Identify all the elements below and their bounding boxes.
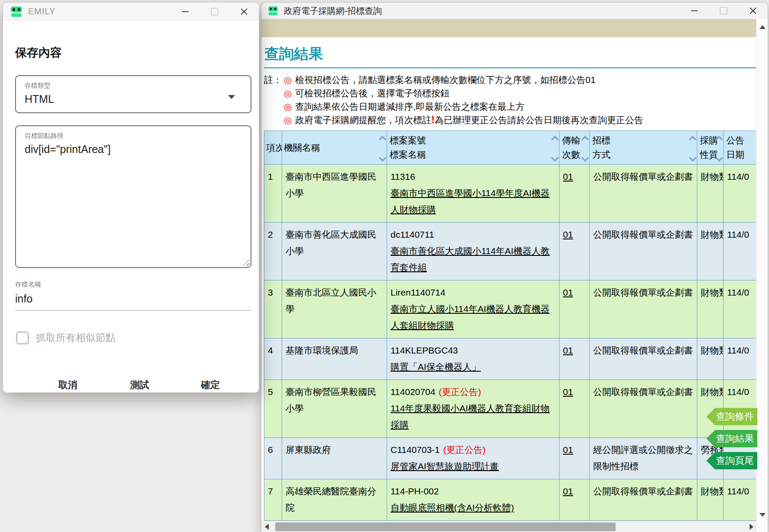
target-path-textarea[interactable]: 目標節點路徑 div[id="printArea"] xyxy=(15,125,251,268)
cell-case: Liren1140714臺南市立人國小114年AI機器人教育機器人套組財物採購 xyxy=(387,280,559,338)
tender-name-link[interactable]: 臺南市善化區大成國小114年AI機器人教育套件組 xyxy=(391,246,550,272)
transmission-count-link[interactable]: 01 xyxy=(563,445,573,455)
sort-ascending-icon[interactable] xyxy=(551,134,557,140)
tender-name-link[interactable]: 臺南市中西區進學國小114學年度AI機器人財物採購 xyxy=(391,188,550,214)
query-criteria-button[interactable]: 查詢條件 xyxy=(706,408,757,425)
dropdown-caret-icon[interactable] xyxy=(228,95,235,99)
tender-name-link[interactable]: 購置「AI保全機器人」 xyxy=(391,362,481,372)
tender-name-link[interactable]: 114年度果毅國小AI機器人教育套組財物採購 xyxy=(391,403,550,430)
sort-descending-icon[interactable] xyxy=(582,155,588,161)
transmission-count-link[interactable]: 01 xyxy=(563,486,573,496)
test-button[interactable]: 測試 xyxy=(130,379,149,392)
header-label-bottom: 方式 xyxy=(592,149,610,161)
cell-announce-date: 114/0 xyxy=(724,338,757,380)
tender-results-table: 項次機關名稱標案案號標案名稱傳輸次數招標方式採購性質公告日期 1臺南市中西區進學… xyxy=(264,131,757,521)
input-underline xyxy=(15,310,251,311)
notes-label: 註： xyxy=(264,73,284,86)
cell-transmission-count: 01 xyxy=(559,223,590,280)
case-number: 114020704(更正公告) xyxy=(391,384,556,400)
transmission-count-link[interactable]: 01 xyxy=(563,172,573,182)
page-title: 查詢結果 xyxy=(264,44,757,64)
header-label: 機關名稱 xyxy=(284,142,320,154)
query-results-page: 查詢結果 註：◎檢視招標公告，請點選標案名稱或傳輸次數欄位下方之序號，如招標公告… xyxy=(261,37,757,521)
scroll-left-icon[interactable] xyxy=(265,524,269,530)
cell-announce-date: 114/0 xyxy=(724,165,757,223)
header-label-top: 招標 xyxy=(592,134,610,147)
tender-name-link[interactable]: 自動眼底照相機(含AI分析軟體) xyxy=(391,503,514,513)
note-line: ◎可檢視招標公告後，選擇電子領標按鈕 xyxy=(264,86,757,100)
note-bullet-icon: ◎ xyxy=(284,102,292,111)
column-header-公告: 公告日期 xyxy=(724,131,757,165)
procurement-titlebar[interactable]: 政府電子採購網-招標查詢 xyxy=(261,3,768,19)
cell-transmission-count: 01 xyxy=(559,438,590,479)
sort-ascending-icon[interactable] xyxy=(715,134,721,140)
minimize-icon[interactable] xyxy=(171,3,200,20)
file-name-input[interactable]: 存檔名稱 info xyxy=(15,275,251,311)
maximize-icon[interactable] xyxy=(200,3,229,20)
cell-item-number: 2 xyxy=(264,223,282,280)
confirm-button[interactable]: 確定 xyxy=(201,379,220,392)
note-text: 查詢結果依公告日期遞減排序,即最新公告之標案在最上方 xyxy=(295,102,524,111)
sort-descending-icon[interactable] xyxy=(379,155,385,161)
robot-face-icon xyxy=(11,6,22,13)
sort-descending-icon[interactable] xyxy=(715,155,721,161)
scroll-down-icon[interactable] xyxy=(759,513,766,517)
sort-descending-icon[interactable] xyxy=(689,155,695,161)
table-header: 項次機關名稱標案案號標案名稱傳輸次數招標方式採購性質公告日期 xyxy=(264,131,757,165)
case-number: 114KLEPBGC43 xyxy=(391,342,556,359)
note-text: 為已辦理更正公告請於公告日期後再次查詢更正公告 xyxy=(435,115,643,125)
cell-agency-name: 臺南市善化區大成國民小學 xyxy=(282,223,387,280)
table-row: 6屏東縣政府C1140703-1(更正公告)屏管家AI智慧旅遊助理計畫01經公開… xyxy=(264,438,757,479)
scroll-right-icon[interactable] xyxy=(750,524,753,530)
cell-transmission-count: 01 xyxy=(559,479,590,521)
cell-item-number: 3 xyxy=(264,280,282,338)
cell-tender-method: 公開取得報價單或企劃書 xyxy=(590,479,697,521)
sort-ascending-icon[interactable] xyxy=(379,134,385,140)
query-footer-button[interactable]: 查詢頁尾 xyxy=(706,452,757,469)
sort-ascending-icon[interactable] xyxy=(582,134,588,140)
file-type-select[interactable]: 存檔類型 HTML xyxy=(15,75,251,113)
cell-tender-method: 經公開評選或公開徵求之限制性招標 xyxy=(590,438,697,479)
query-results-button[interactable]: 查詢結果 xyxy=(706,430,757,447)
horizontal-scrollbar[interactable] xyxy=(261,521,757,532)
close-icon[interactable] xyxy=(738,3,768,19)
vertical-scrollbar[interactable] xyxy=(756,19,768,532)
cell-case: 114020704(更正公告)114年度果毅國小AI機器人教育套組財物採購 xyxy=(387,380,559,438)
procurement-window-title: 政府電子採購網-招標查詢 xyxy=(284,5,382,17)
checkbox-icon[interactable] xyxy=(16,331,29,344)
column-header-採購: 採購性質 xyxy=(697,131,724,165)
header-label-bottom: 次數 xyxy=(562,149,580,161)
table-row: 3臺南市北區立人國民小學Liren1140714臺南市立人國小114年AI機器人… xyxy=(264,280,757,338)
cancel-button[interactable]: 取消 xyxy=(58,379,77,392)
cell-tender-method: 公開取得報價單或企劃書 xyxy=(590,165,697,223)
transmission-count-link[interactable]: 01 xyxy=(563,345,573,355)
note-bullet-icon: ◎ xyxy=(284,88,292,98)
case-name: 臺南市中西區進學國小114學年度AI機器人財物採購 xyxy=(391,185,556,218)
capture-similar-nodes-option[interactable]: 抓取所有相似節點 xyxy=(16,331,115,344)
robot-body-icon xyxy=(11,13,22,17)
transmission-count-link[interactable]: 01 xyxy=(563,287,573,297)
cell-transmission-count: 01 xyxy=(559,165,590,223)
cell-tender-method: 公開取得報價單或企劃書 xyxy=(590,223,697,280)
minimize-icon[interactable] xyxy=(680,3,709,19)
maximize-icon[interactable] xyxy=(709,3,738,19)
tender-name-link[interactable]: 屏管家AI智慧旅遊助理計畫 xyxy=(391,461,499,471)
case-name: 114年度果毅國小AI機器人教育套組財物採購 xyxy=(391,400,556,433)
table-row: 7高雄榮民總醫院臺南分院114-PH-002自動眼底照相機(含AI分析軟體)01… xyxy=(264,479,757,521)
scroll-up-icon[interactable] xyxy=(759,25,766,29)
sort-descending-icon[interactable] xyxy=(551,155,557,161)
cell-announce-date: 114/0 xyxy=(724,479,757,521)
emily-titlebar[interactable]: EMILY xyxy=(3,3,259,21)
case-number: Liren1140714 xyxy=(391,284,556,301)
emily-app-icon xyxy=(11,6,22,17)
sort-ascending-icon[interactable] xyxy=(689,134,695,140)
transmission-count-link[interactable]: 01 xyxy=(563,229,573,239)
table-body: 1臺南市中西區進學國民小學11316臺南市中西區進學國小114學年度AI機器人財… xyxy=(264,165,757,521)
transmission-count-link[interactable]: 01 xyxy=(563,387,573,397)
resize-handle-icon[interactable] xyxy=(243,259,249,266)
case-name: 屏管家AI智慧旅遊助理計畫 xyxy=(391,458,556,475)
close-icon[interactable] xyxy=(229,3,259,20)
horizontal-scroll-thumb[interactable] xyxy=(275,522,616,531)
tender-name-link[interactable]: 臺南市立人國小114年AI機器人教育機器人套組財物採購 xyxy=(391,304,550,330)
note-text: 政府電子採購網提醒您，項次標註 xyxy=(295,115,431,125)
